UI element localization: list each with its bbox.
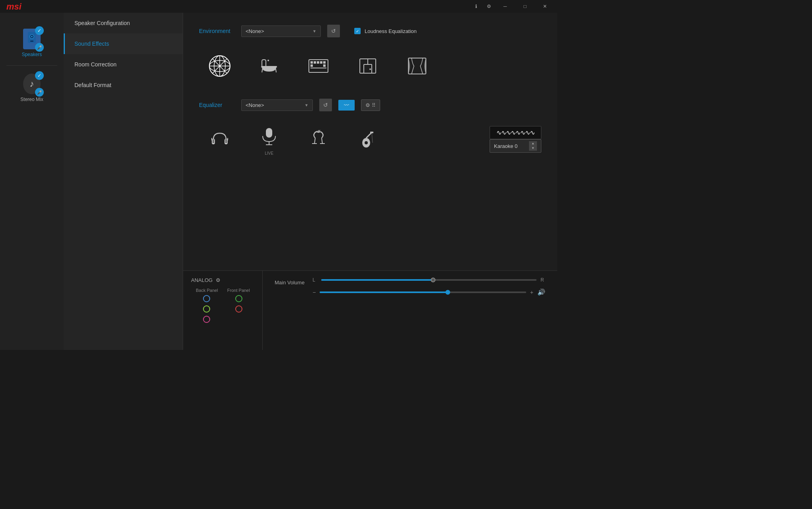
environment-dropdown[interactable]: <None> ▼ [241,25,321,37]
main-content: Environment <None> ▼ ↺ ✓ Loudness Equali… [183,13,557,350]
volume-controls: L R − + 🔊 [312,277,545,296]
eq-icon-live[interactable]: LIVE [256,123,282,155]
svg-line-42 [314,138,315,144]
equalizer-reset-button[interactable]: ↺ [319,99,332,111]
loudness-checkbox[interactable]: ✓ [354,28,361,34]
lr-balance-row: L R [312,277,545,283]
volume-label: Main Volume [275,280,304,286]
analog-panel-labels: Back Panel Front Panel [191,288,254,293]
svg-rect-29 [212,139,215,144]
svg-line-13 [275,68,276,72]
env-room-icon [355,53,381,79]
environment-row: Environment <None> ▼ ↺ ✓ Loudness Equali… [199,25,541,37]
analog-label: ANALOG [191,277,213,283]
svg-line-53 [372,132,373,143]
env-icon-room[interactable] [355,53,381,79]
nav-speaker-config[interactable]: Speaker Configuration [64,13,183,33]
svg-line-51 [366,132,372,138]
env-grill-icon [207,53,232,79]
karaoke-stepper[interactable]: ▲ ▼ [529,141,537,151]
eq-icon-headphone[interactable] [207,127,232,152]
eq-wave-icon: 〰 [344,102,349,108]
svg-rect-30 [224,139,228,144]
equalizer-settings-button[interactable]: ⚙ ⠿ [361,99,380,111]
env-icon-arena[interactable] [306,53,331,79]
svg-rect-18 [317,61,319,64]
device-speakers[interactable]: ✓ 🎤 Speakers [0,29,64,57]
equalizer-icons-grid: LIVE [207,123,541,155]
environment-dropdown-value: <None> [246,28,264,34]
mic-badge-speakers: 🎤 [35,43,44,52]
r-label: R [541,277,545,283]
live-label: LIVE [265,151,273,155]
environment-label: Environment [199,28,235,34]
back-jack-2[interactable] [203,305,210,313]
nav-default-format[interactable]: Default Format [64,75,183,95]
main-volume-row: − + 🔊 [312,288,545,296]
speaker-volume-icon[interactable]: 🔊 [537,288,545,296]
nav-sound-effects[interactable]: Sound Effects [64,33,183,54]
device-stereo-mix[interactable]: ♪ ✓ 🎤 Stereo Mix [0,74,64,102]
analog-settings-icon[interactable]: ⚙ [216,277,221,283]
svg-rect-11 [261,66,277,68]
karaoke-value: Karaoke 0 ▲ ▼ [490,139,541,153]
env-icon-stage[interactable] [404,53,430,79]
jack-row-1 [191,295,254,302]
back-jack-3[interactable] [203,316,210,323]
nav-room-correction[interactable]: Room Correction [64,54,183,75]
speakers-label: Speakers [22,52,42,57]
maximize-button[interactable]: □ [516,0,534,13]
jack-row-2 [191,305,254,313]
lr-slider-thumb[interactable] [431,278,435,282]
title-bar-controls: ℹ ⚙ ─ □ ✕ [470,0,554,13]
env-icon-bath[interactable] [256,53,282,79]
stereo-mix-icons: ♪ ✓ 🎤 [23,74,41,94]
loudness-label: Loudness Equalization [365,28,417,34]
env-bath-icon [256,53,282,79]
front-panel-label: Front Panel [223,288,255,293]
svg-rect-3 [30,41,33,42]
front-jack-1[interactable] [235,295,242,302]
main-volume-thumb[interactable] [445,290,450,295]
back-jack-1[interactable] [203,295,210,302]
front-jack-2[interactable] [235,305,242,313]
environment-reset-button[interactable]: ↺ [327,25,340,37]
svg-rect-28 [408,58,426,74]
karaoke-decrement[interactable]: ▼ [529,146,537,151]
mic-badge-stereo: 🎤 [35,88,44,97]
equalizer-dropdown[interactable]: <None> ▼ [241,99,313,111]
equalizer-dropdown-value: <None> [246,102,264,108]
info-icon[interactable]: ℹ [470,1,482,12]
jack-row-3 [191,316,254,323]
eq-icon-guitar[interactable] [355,127,381,152]
dropdown-arrow-icon: ▼ [312,29,316,33]
wave-display: ∿∿∿∿∿∿∿∿ [490,126,541,139]
karaoke-label: Karaoke 0 [494,143,517,149]
svg-rect-39 [266,128,272,138]
microphone-live-icon [256,123,282,149]
karaoke-increment[interactable]: ▲ [529,141,537,146]
main-volume-fill [320,291,447,293]
title-bar: msi ℹ ⚙ ─ □ ✕ [0,0,557,13]
equalizer-label: Equalizer [199,102,235,108]
settings-icon[interactable]: ⚙ [483,1,494,12]
lr-slider-track[interactable] [321,279,537,281]
env-icon-none[interactable] [207,53,232,79]
volume-section: Main Volume L R − [263,271,557,350]
svg-point-26 [369,68,371,70]
msi-logo: msi [6,2,21,12]
headphone-icon [207,127,232,152]
eq-icon-cheers[interactable] [306,127,331,152]
volume-plus-icon[interactable]: + [530,289,533,295]
karaoke-widget: ∿∿∿∿∿∿∿∿ Karaoke 0 ▲ ▼ [490,126,541,153]
cheers-icon [306,127,331,152]
close-button[interactable]: ✕ [536,0,554,13]
svg-rect-16 [310,61,313,64]
volume-minus-icon[interactable]: − [312,289,316,295]
back-panel-label: Back Panel [191,288,223,293]
eq-dropdown-arrow-icon: ▼ [304,103,308,107]
minimize-button[interactable]: ─ [496,0,514,13]
main-volume-track[interactable] [320,291,526,293]
equalizer-active-button[interactable]: 〰 [338,100,355,111]
svg-rect-22 [323,64,326,67]
